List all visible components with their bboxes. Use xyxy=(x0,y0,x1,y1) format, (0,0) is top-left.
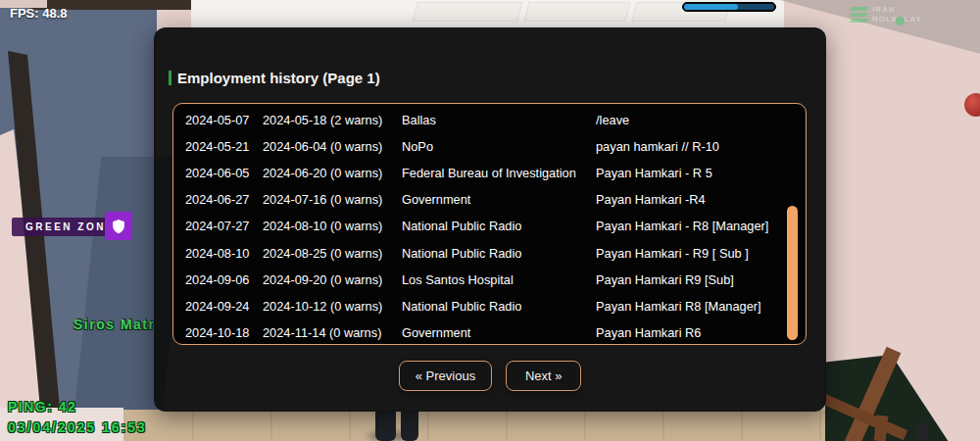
nearby-player-name: Siros Matr xyxy=(74,317,155,332)
ping-counter: PING: 42 xyxy=(8,399,76,415)
server-logo: IRAN ROLEPLAY xyxy=(851,5,949,32)
table-row: 2024-06-052024-06-20 (0 warns)Federal Bu… xyxy=(173,160,806,186)
table-row: 2024-09-242024-10-12 (0 warns)National P… xyxy=(173,293,806,319)
voice-bar-fill xyxy=(684,4,738,10)
employment-history-panel: Employment history (Page 1) Hired Date L… xyxy=(154,27,826,412)
employment-table: 2024-05-072024-05-18 (2 warns)Ballas/lea… xyxy=(172,103,807,345)
scene-wood-floor xyxy=(116,410,862,441)
table-scrollbar-thumb[interactable] xyxy=(787,206,798,340)
green-zone-badge: GREEN ZONE xyxy=(12,217,126,236)
fps-counter: FPS: 48.8 xyxy=(10,6,68,21)
table-row: 2024-05-072024-05-18 (2 warns)Ballas/lea… xyxy=(173,107,806,133)
voice-level-bar xyxy=(682,2,776,12)
title-accent-bar xyxy=(169,71,172,85)
logo-dot-icon xyxy=(896,17,905,25)
next-page-button[interactable]: Next » xyxy=(506,361,581,391)
table-row: 2024-07-272024-08-10 (0 warns)National P… xyxy=(173,213,806,239)
scene-phone-object xyxy=(916,421,929,440)
ceiling-light xyxy=(524,2,631,22)
ceiling-light xyxy=(413,2,523,22)
table-row: 2024-08-102024-08-25 (0 warns)National P… xyxy=(173,239,806,266)
character-leg xyxy=(401,411,418,441)
table-row: 2024-05-212024-06-04 (0 warns)NoPopayan … xyxy=(173,133,806,160)
panel-title: Employment history (Page 1) xyxy=(177,70,380,86)
table-row: 2024-09-062024-09-20 (0 warns)Los Santos… xyxy=(173,267,806,293)
character-leg xyxy=(375,411,396,441)
scene-red-object xyxy=(964,93,980,117)
game-screen: FPS: 48.8 IRAN ROLEPLAY GREEN ZONE Siros… xyxy=(0,0,980,441)
pagination-controls: « Previous Next » xyxy=(154,361,826,391)
logo-stripes-icon xyxy=(851,7,867,24)
shield-icon xyxy=(105,212,132,240)
datetime-display: 03/04/2025 16:53 xyxy=(8,419,147,435)
table-row: 2024-06-272024-07-16 (0 warns)Government… xyxy=(173,186,806,213)
panel-title-row: Employment history (Page 1) xyxy=(169,70,380,86)
previous-page-button[interactable]: « Previous xyxy=(399,361,492,391)
table-row: 2024-10-182024-11-14 (0 warns)Government… xyxy=(173,319,806,345)
